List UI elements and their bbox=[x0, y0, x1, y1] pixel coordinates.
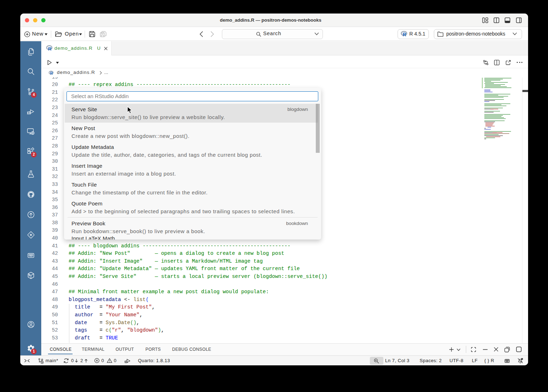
svg-text:R: R bbox=[403, 32, 406, 37]
svg-text:R: R bbox=[50, 71, 53, 75]
svg-text:R: R bbox=[48, 46, 52, 52]
